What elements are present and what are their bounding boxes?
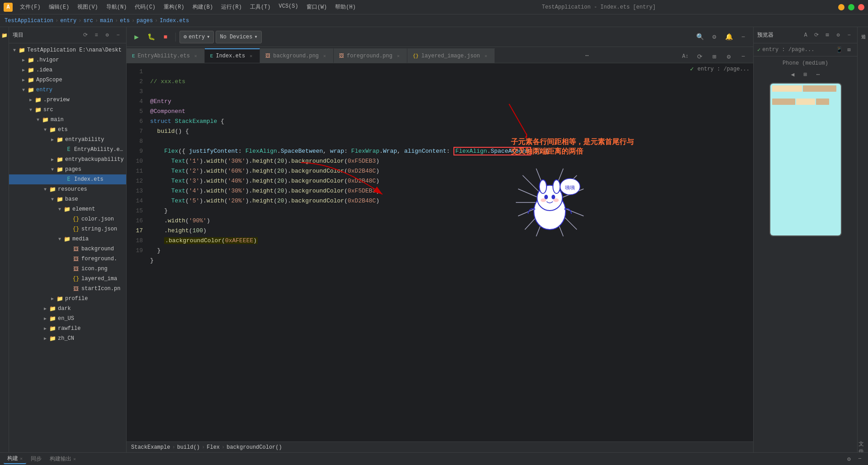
- device-side-icon[interactable]: 文件: [859, 443, 868, 452]
- panel-minimize-icon[interactable]: −: [113, 31, 123, 40]
- menu-view[interactable]: 视图(V): [74, 2, 102, 12]
- search-button[interactable]: 🔍: [693, 31, 706, 43]
- tab-close-jianzhu[interactable]: ✕: [20, 456, 23, 461]
- preview-refresh[interactable]: ⟳: [812, 31, 821, 40]
- tree-media[interactable]: ▼ 📁 media: [9, 234, 126, 244]
- tree-background-png[interactable]: 🖼 background: [9, 244, 126, 254]
- menu-tools[interactable]: 工具(T): [246, 2, 274, 12]
- tree-rawfile[interactable]: ▶ 📁 rawfile: [9, 324, 126, 333]
- code-editor[interactable]: 12345 678910 1112131415 16171819 // xxx.…: [127, 63, 753, 442]
- tree-color-json[interactable]: {} color.json: [9, 214, 126, 224]
- collapse-icon[interactable]: ≡: [92, 31, 101, 40]
- menu-code[interactable]: 代码(C): [131, 2, 159, 12]
- breadcrumb-app[interactable]: TestApplication: [5, 18, 53, 24]
- tree-root[interactable]: ▼ 📁 TestApplication E:\nana\Deskt: [9, 45, 126, 55]
- breadcrumb-pages[interactable]: pages: [137, 18, 153, 24]
- orient-button[interactable]: ⊞: [801, 70, 810, 79]
- breadcrumb-ets[interactable]: ets: [120, 18, 130, 24]
- menu-vcs[interactable]: VCS(S): [275, 2, 302, 12]
- minimize-button[interactable]: —: [838, 4, 844, 10]
- preview-minimize[interactable]: −: [844, 31, 854, 40]
- tree-index-ets[interactable]: E Index.ets: [9, 174, 126, 184]
- tab-layered-image[interactable]: {} layered_image.json ✕: [407, 48, 495, 63]
- tree-icon-png[interactable]: 🖼 icon.png: [9, 264, 126, 274]
- tab-close[interactable]: ✕: [395, 53, 401, 59]
- tree-entryability-ets[interactable]: E EntryAbility.ets: [9, 145, 126, 155]
- tab-close[interactable]: ✕: [248, 53, 254, 59]
- tree-entrybackup[interactable]: ▶ 📁 entrybackupability: [9, 155, 126, 164]
- preview-layout[interactable]: ⊞: [823, 31, 832, 40]
- tab-close-output[interactable]: ✕: [73, 457, 76, 462]
- project-icon[interactable]: 📁: [0, 31, 9, 40]
- stop-button[interactable]: ■: [159, 31, 172, 43]
- tree-entry[interactable]: ▼ 📁 entry: [9, 85, 126, 95]
- tree-pages[interactable]: ▼ 📁 pages: [9, 164, 126, 174]
- tab-tongbu[interactable]: 同步: [27, 454, 45, 464]
- tab-index[interactable]: E Index.ets ✕: [205, 48, 260, 63]
- eb-bgcolor[interactable]: backgroundColor(): [226, 444, 282, 451]
- breadcrumb-entry[interactable]: entry: [60, 18, 76, 24]
- editor-settings[interactable]: ⚙: [722, 50, 735, 63]
- maximize-button[interactable]: □: [848, 4, 854, 10]
- notification-side-icon[interactable]: 通知: [859, 29, 867, 33]
- tree-en-us[interactable]: ▶ 📁 en_US: [9, 314, 126, 324]
- font-size-button[interactable]: A↕: [679, 50, 692, 63]
- preview-settings[interactable]: ⚙: [834, 31, 843, 40]
- tree-ets[interactable]: ▼ 📁 ets: [9, 125, 126, 135]
- code-content[interactable]: // xxx.ets @Entry @Component struct Stac…: [146, 63, 753, 442]
- tab-jianzhu[interactable]: 构建✕: [4, 454, 26, 464]
- run-button[interactable]: ▶: [130, 31, 143, 43]
- preview-text-size[interactable]: A: [801, 31, 810, 40]
- preview-grid-icon[interactable]: ⊞: [844, 45, 854, 54]
- menu-nav[interactable]: 导航(N): [103, 2, 131, 12]
- tree-profile[interactable]: ▶ 📁 profile: [9, 294, 126, 304]
- tab-close[interactable]: ✕: [193, 53, 199, 59]
- menu-run[interactable]: 运行(R): [217, 2, 245, 12]
- entry-selector[interactable]: ⚙ entry ▾: [179, 31, 214, 43]
- sync-icon[interactable]: ⟳: [81, 31, 90, 40]
- tab-background[interactable]: 🖼 background.png ✕: [260, 48, 334, 63]
- close-button[interactable]: ✕: [858, 4, 864, 10]
- refresh-button[interactable]: ⟳: [693, 50, 706, 63]
- debug-button[interactable]: 🐛: [145, 31, 157, 43]
- tab-more-button[interactable]: ⋯: [581, 48, 592, 63]
- preview-phone-icon[interactable]: 📱: [835, 45, 844, 54]
- notification-button[interactable]: 🔔: [722, 31, 735, 43]
- tree-zh-cn[interactable]: ▶ 📁 zh_CN: [9, 333, 126, 343]
- tab-entryability[interactable]: E EntryAbility.ets ✕: [127, 48, 205, 63]
- bottom-minimize[interactable]: −: [855, 455, 864, 464]
- prev-button[interactable]: ◀: [788, 70, 797, 79]
- menu-file[interactable]: 文件(F): [16, 2, 44, 12]
- tree-element[interactable]: ▼ 📁 element: [9, 204, 126, 214]
- menu-build[interactable]: 构建(B): [189, 2, 217, 12]
- menu-edit[interactable]: 编辑(E): [45, 2, 73, 12]
- tree-resources[interactable]: ▼ 📁 resources: [9, 184, 126, 194]
- breadcrumb-main[interactable]: main: [100, 18, 113, 24]
- tab-jianzhu-output[interactable]: 构建输出✕: [46, 454, 80, 464]
- tree-string-json[interactable]: {} string.json: [9, 224, 126, 234]
- tab-close[interactable]: ✕: [321, 53, 328, 59]
- tree-src[interactable]: ▼ 📁 src: [9, 105, 126, 115]
- tree-dark[interactable]: ▶ 📁 dark: [9, 304, 126, 314]
- tree-appscope[interactable]: ▶ 📁 AppScope: [9, 75, 126, 85]
- editor-minimize[interactable]: −: [737, 50, 750, 63]
- menu-window[interactable]: 窗口(W): [303, 2, 331, 12]
- eb-build[interactable]: build(): [177, 444, 200, 451]
- devices-selector[interactable]: No Devices ▾: [216, 31, 261, 43]
- tree-foreground-png[interactable]: 🖼 foreground.: [9, 254, 126, 264]
- settings-button[interactable]: ⚙: [708, 31, 721, 43]
- tree-layered-image[interactable]: {} layered_ima: [9, 274, 126, 284]
- tree-preview[interactable]: ▶ 📁 .preview: [9, 95, 126, 105]
- more-button[interactable]: ⋯: [814, 70, 823, 79]
- menu-help[interactable]: 帮助(H): [331, 2, 359, 12]
- tree-starticon-png[interactable]: 🖼 startIcon.pn: [9, 284, 126, 294]
- eb-stackexample[interactable]: StackExample: [131, 444, 170, 451]
- tree-idea[interactable]: ▶ 📁 .idea: [9, 65, 126, 75]
- tree-main[interactable]: ▼ 📁 main: [9, 115, 126, 125]
- tree-entryability[interactable]: ▶ 📁 entryability: [9, 135, 126, 145]
- layout-button[interactable]: ⊞: [708, 50, 721, 63]
- bottom-settings[interactable]: ⚙: [844, 455, 854, 464]
- toolbar-minimize[interactable]: −: [737, 31, 750, 43]
- tab-foreground[interactable]: 🖼 foreground.png ✕: [334, 48, 407, 63]
- eb-flex[interactable]: Flex: [207, 444, 220, 451]
